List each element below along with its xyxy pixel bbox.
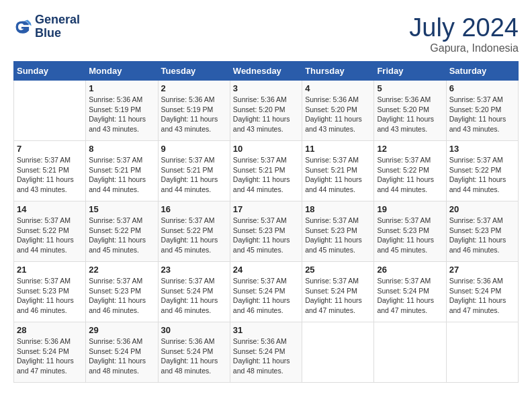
calendar-cell: 19Sunrise: 5:37 AMSunset: 5:23 PMDayligh… (374, 201, 446, 262)
column-header-friday: Friday (374, 62, 446, 81)
calendar-header: SundayMondayTuesdayWednesdayThursdayFrid… (14, 62, 519, 81)
month-title: July 2024 (409, 13, 519, 42)
column-header-tuesday: Tuesday (158, 62, 230, 81)
calendar-cell: 31Sunrise: 5:36 AMSunset: 5:24 PMDayligh… (230, 322, 302, 383)
day-info: Sunrise: 5:37 AMSunset: 5:22 PMDaylight:… (377, 155, 443, 195)
week-row-2: 7Sunrise: 5:37 AMSunset: 5:21 PMDaylight… (14, 141, 519, 201)
day-number: 9 (161, 144, 227, 154)
day-info: Sunrise: 5:36 AMSunset: 5:24 PMDaylight:… (17, 336, 83, 376)
day-number: 12 (377, 144, 443, 154)
calendar-cell: 25Sunrise: 5:37 AMSunset: 5:24 PMDayligh… (302, 262, 374, 322)
day-number: 30 (161, 325, 227, 335)
day-info: Sunrise: 5:36 AMSunset: 5:24 PMDaylight:… (89, 336, 154, 376)
day-info: Sunrise: 5:37 AMSunset: 5:24 PMDaylight:… (233, 276, 299, 316)
day-number: 21 (17, 265, 83, 275)
calendar-cell: 24Sunrise: 5:37 AMSunset: 5:24 PMDayligh… (230, 262, 302, 322)
calendar-cell: 18Sunrise: 5:37 AMSunset: 5:23 PMDayligh… (302, 201, 374, 262)
title-block: July 2024 Gapura, Indonesia (409, 13, 519, 54)
day-info: Sunrise: 5:36 AMSunset: 5:20 PMDaylight:… (233, 95, 299, 134)
day-info: Sunrise: 5:37 AMSunset: 5:22 PMDaylight:… (449, 155, 515, 195)
page-header: General Blue July 2024 Gapura, Indonesia (13, 13, 519, 54)
day-info: Sunrise: 5:37 AMSunset: 5:23 PMDaylight:… (17, 276, 83, 316)
week-row-5: 28Sunrise: 5:36 AMSunset: 5:24 PMDayligh… (14, 322, 519, 383)
day-number: 14 (17, 204, 83, 214)
calendar-cell: 3Sunrise: 5:36 AMSunset: 5:20 PMDaylight… (230, 81, 302, 141)
day-info: Sunrise: 5:37 AMSunset: 5:22 PMDaylight:… (17, 216, 83, 255)
calendar-cell: 5Sunrise: 5:36 AMSunset: 5:20 PMDaylight… (374, 81, 446, 141)
calendar-cell: 26Sunrise: 5:37 AMSunset: 5:24 PMDayligh… (374, 262, 446, 322)
calendar-cell: 1Sunrise: 5:36 AMSunset: 5:19 PMDaylight… (86, 81, 158, 141)
day-number: 16 (161, 204, 227, 214)
day-info: Sunrise: 5:37 AMSunset: 5:21 PMDaylight:… (233, 155, 299, 195)
calendar-cell: 15Sunrise: 5:37 AMSunset: 5:22 PMDayligh… (86, 201, 158, 262)
day-number: 27 (449, 265, 515, 275)
day-number: 24 (233, 265, 299, 275)
day-number: 2 (161, 83, 227, 93)
day-info: Sunrise: 5:37 AMSunset: 5:23 PMDaylight:… (233, 216, 299, 255)
calendar-cell: 9Sunrise: 5:37 AMSunset: 5:21 PMDaylight… (158, 141, 230, 201)
day-number: 4 (305, 83, 371, 93)
day-number: 26 (377, 265, 443, 275)
calendar-cell (302, 322, 374, 383)
calendar-cell (14, 81, 86, 141)
day-info: Sunrise: 5:37 AMSunset: 5:23 PMDaylight:… (377, 216, 443, 255)
day-info: Sunrise: 5:37 AMSunset: 5:21 PMDaylight:… (89, 155, 154, 195)
column-header-saturday: Saturday (446, 62, 518, 81)
calendar-body: 1Sunrise: 5:36 AMSunset: 5:19 PMDaylight… (14, 81, 519, 383)
day-number: 10 (233, 144, 299, 154)
day-info: Sunrise: 5:36 AMSunset: 5:24 PMDaylight:… (449, 276, 515, 316)
day-info: Sunrise: 5:37 AMSunset: 5:20 PMDaylight:… (449, 95, 515, 134)
calendar-cell: 21Sunrise: 5:37 AMSunset: 5:23 PMDayligh… (14, 262, 86, 322)
day-number: 7 (17, 144, 83, 154)
day-number: 19 (377, 204, 443, 214)
calendar-cell: 14Sunrise: 5:37 AMSunset: 5:22 PMDayligh… (14, 201, 86, 262)
day-number: 3 (233, 83, 299, 93)
calendar-cell: 10Sunrise: 5:37 AMSunset: 5:21 PMDayligh… (230, 141, 302, 201)
calendar-cell: 17Sunrise: 5:37 AMSunset: 5:23 PMDayligh… (230, 201, 302, 262)
calendar-cell: 6Sunrise: 5:37 AMSunset: 5:20 PMDaylight… (446, 81, 518, 141)
logo: General Blue (13, 13, 80, 40)
calendar-cell: 20Sunrise: 5:37 AMSunset: 5:23 PMDayligh… (446, 201, 518, 262)
calendar-cell: 30Sunrise: 5:36 AMSunset: 5:24 PMDayligh… (158, 322, 230, 383)
calendar-cell: 13Sunrise: 5:37 AMSunset: 5:22 PMDayligh… (446, 141, 518, 201)
day-info: Sunrise: 5:37 AMSunset: 5:22 PMDaylight:… (161, 216, 227, 255)
column-header-wednesday: Wednesday (230, 62, 302, 81)
column-header-thursday: Thursday (302, 62, 374, 81)
logo-icon (13, 17, 32, 36)
day-info: Sunrise: 5:37 AMSunset: 5:22 PMDaylight:… (89, 216, 154, 255)
calendar-cell: 2Sunrise: 5:36 AMSunset: 5:19 PMDaylight… (158, 81, 230, 141)
logo-text: General Blue (35, 13, 80, 40)
day-info: Sunrise: 5:37 AMSunset: 5:23 PMDaylight:… (89, 276, 154, 316)
calendar-cell: 11Sunrise: 5:37 AMSunset: 5:21 PMDayligh… (302, 141, 374, 201)
calendar-cell: 16Sunrise: 5:37 AMSunset: 5:22 PMDayligh… (158, 201, 230, 262)
calendar-cell: 23Sunrise: 5:37 AMSunset: 5:24 PMDayligh… (158, 262, 230, 322)
day-number: 25 (305, 265, 371, 275)
header-row: SundayMondayTuesdayWednesdayThursdayFrid… (14, 62, 519, 81)
day-info: Sunrise: 5:36 AMSunset: 5:19 PMDaylight:… (161, 95, 227, 134)
day-number: 1 (89, 83, 154, 93)
calendar-cell: 4Sunrise: 5:36 AMSunset: 5:20 PMDaylight… (302, 81, 374, 141)
day-number: 23 (161, 265, 227, 275)
day-number: 15 (89, 204, 154, 214)
day-number: 6 (449, 83, 515, 93)
day-info: Sunrise: 5:36 AMSunset: 5:24 PMDaylight:… (233, 336, 299, 376)
day-info: Sunrise: 5:36 AMSunset: 5:20 PMDaylight:… (305, 95, 371, 134)
location: Gapura, Indonesia (409, 42, 519, 54)
column-header-monday: Monday (86, 62, 158, 81)
day-info: Sunrise: 5:37 AMSunset: 5:23 PMDaylight:… (449, 216, 515, 255)
column-header-sunday: Sunday (14, 62, 86, 81)
day-number: 29 (89, 325, 154, 335)
logo-line1: General (35, 13, 80, 27)
week-row-3: 14Sunrise: 5:37 AMSunset: 5:22 PMDayligh… (14, 201, 519, 262)
calendar-cell: 22Sunrise: 5:37 AMSunset: 5:23 PMDayligh… (86, 262, 158, 322)
day-number: 31 (233, 325, 299, 335)
calendar-cell (374, 322, 446, 383)
calendar-table: SundayMondayTuesdayWednesdayThursdayFrid… (13, 61, 519, 383)
day-info: Sunrise: 5:37 AMSunset: 5:24 PMDaylight:… (305, 276, 371, 316)
day-info: Sunrise: 5:37 AMSunset: 5:21 PMDaylight:… (305, 155, 371, 195)
logo-line2: Blue (35, 27, 80, 40)
calendar-cell: 29Sunrise: 5:36 AMSunset: 5:24 PMDayligh… (86, 322, 158, 383)
day-info: Sunrise: 5:37 AMSunset: 5:24 PMDaylight:… (161, 276, 227, 316)
day-number: 17 (233, 204, 299, 214)
day-number: 22 (89, 265, 154, 275)
